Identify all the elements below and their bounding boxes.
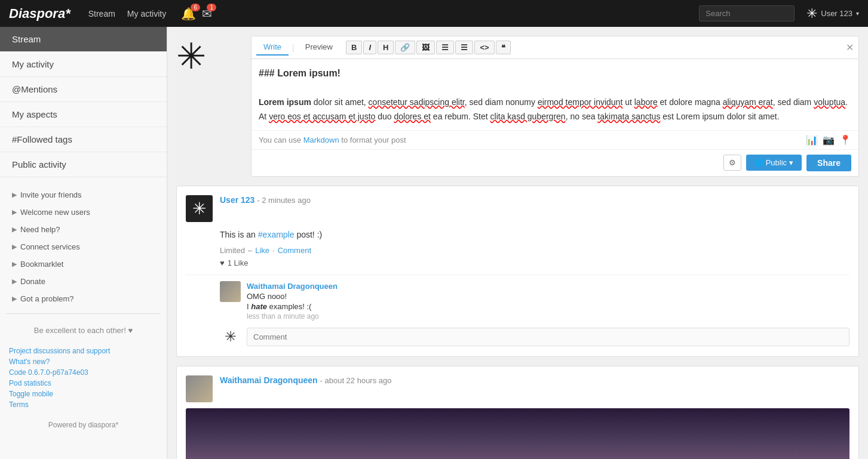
brand-logo[interactable]: Diaspora* [9, 6, 70, 21]
post-1-likes-count: 1 Like [228, 258, 249, 267]
footer-link-terms[interactable]: Terms [9, 401, 158, 409]
post-1-comment-button[interactable]: Comment [278, 246, 311, 255]
comment-input[interactable] [247, 328, 849, 346]
menu-welcome-label: Welcome new users [20, 208, 90, 217]
format-bold-button[interactable]: B [346, 41, 362, 54]
compose-public-button[interactable]: 🌐 Public ▾ [746, 155, 802, 171]
sidebar-menu-section: ▶ Invite your friends ▶ Welcome new user… [0, 186, 167, 307]
format-link-button[interactable]: 🔗 [395, 41, 415, 54]
footer-link-whatsnew[interactable]: What's new? [9, 358, 158, 366]
markdown-link[interactable]: Markdown [303, 135, 339, 144]
post-1-meta: User 123 - 2 minutes ago [220, 195, 849, 205]
comment-italic-word: hate [251, 302, 267, 311]
comment-text-detail: I hate examples! :( [247, 302, 849, 311]
compose-heading: ### Lorem ipsum! [259, 65, 851, 81]
public-caret: ▾ [789, 158, 793, 167]
menu-bookmarklet[interactable]: ▶ Bookmarklet [6, 255, 161, 273]
user-menu[interactable]: ✳ User 123 ▾ [806, 6, 859, 21]
messages-icon[interactable]: ✉ 1 [202, 7, 212, 21]
chart-icon[interactable]: 📊 [806, 134, 818, 146]
post-1-likes: ♥ 1 Like [220, 258, 849, 267]
comment-detail-before: I [247, 302, 249, 311]
menu-welcome-new-users[interactable]: ▶ Welcome new users [6, 204, 161, 221]
comment-avatar-1 [220, 281, 241, 302]
action-dot: · [272, 246, 275, 255]
search-input[interactable] [699, 5, 795, 21]
menu-connect-services[interactable]: ▶ Connect services [6, 238, 161, 255]
compose-tab-write[interactable]: Write [256, 39, 289, 56]
location-icon[interactable]: 📍 [839, 134, 851, 146]
comment-user-asterisk: ✳ [220, 326, 241, 347]
post-1-body: This is an #example post! :) [220, 228, 849, 241]
main-content: ✳ Write | Preview B I H 🔗 🖼 ☰ ☰ [167, 27, 868, 459]
menu-donate[interactable]: ▶ Donate [6, 273, 161, 290]
footer-link-code[interactable]: Code 0.6.7.0-p67a74e03 [9, 368, 158, 377]
format-image-button[interactable]: 🖼 [416, 41, 435, 54]
format-italic-button[interactable]: I [363, 41, 376, 54]
username-label: User 123 [821, 9, 852, 18]
nav-stream[interactable]: Stream [88, 9, 115, 19]
compose-box: Write | Preview B I H 🔗 🖼 ☰ ☰ <> ❝ ✕ [251, 36, 859, 177]
menu-need-help[interactable]: ▶ Need help? [6, 221, 161, 238]
compose-body[interactable]: ### Lorem ipsum! Lorem ipsum dolor sit a… [251, 59, 858, 130]
compose-content: ### Lorem ipsum! Lorem ipsum dolor sit a… [259, 65, 851, 124]
post-1-avatar: ✳ [186, 195, 213, 222]
footer-link-toggle-mobile[interactable]: Toggle mobile [9, 390, 158, 398]
compose-share-button[interactable]: Share [806, 155, 851, 171]
compose-body-text: Lorem ipsum dolor sit amet, consetetur s… [259, 96, 851, 124]
sidebar-item-my-aspects[interactable]: My aspects [0, 102, 167, 127]
sidebar-item-public-activity[interactable]: Public activity [0, 152, 167, 177]
post-1-actions: Limited – Like · Comment [220, 246, 849, 255]
public-label: Public [766, 158, 787, 167]
post-1-text-before: This is an [220, 230, 256, 239]
diaspora-logo-asterisk: ✳ [176, 39, 206, 75]
post-1-visibility: Limited [220, 246, 245, 255]
post-2-author[interactable]: Waithamai Dragonqueen [220, 375, 318, 385]
post-1-tag[interactable]: #example [258, 230, 295, 239]
sidebar-item-mentions[interactable]: @Mentions [0, 77, 167, 102]
post-2-meta: Waithamai Dragonqueen - about 22 hours a… [220, 375, 849, 385]
user-caret-icon: ▾ [856, 10, 859, 17]
notifications-icon[interactable]: 🔔 6 [181, 7, 196, 21]
post-2-avatar [186, 375, 213, 402]
post-1-like-button[interactable]: Like [255, 246, 269, 255]
menu-got-problem[interactable]: ▶ Got a problem? [6, 290, 161, 307]
post-1-text-after: post! :) [296, 230, 322, 239]
comment-time-1: less than a minute ago [247, 312, 849, 321]
sidebar-footer-links: Project discussions and support What's n… [0, 341, 167, 415]
heart-icon: ♥ [220, 258, 225, 267]
sidebar-item-stream[interactable]: Stream [0, 27, 167, 52]
footer-link-pod-stats[interactable]: Pod statistics [9, 379, 158, 387]
post-1-author[interactable]: User 123 [220, 195, 254, 205]
post-2-time: - about 22 hours ago [320, 376, 392, 385]
format-code-button[interactable]: <> [474, 41, 494, 54]
user-asterisk-icon: ✳ [806, 6, 817, 21]
camera-icon[interactable]: 📷 [823, 134, 835, 146]
notifications-badge: 6 [191, 4, 200, 11]
format-heading-button[interactable]: H [378, 41, 394, 54]
sidebar-item-my-activity[interactable]: My activity [0, 52, 167, 77]
format-quote-button[interactable]: ❝ [496, 41, 511, 54]
post-card-2: Waithamai Dragonqueen - about 22 hours a… [176, 366, 859, 459]
format-ul-button[interactable]: ☰ [436, 41, 454, 54]
action-separator: – [248, 246, 252, 255]
compose-tab-preview[interactable]: Preview [298, 39, 340, 56]
footer-link-project[interactable]: Project discussions and support [9, 347, 158, 355]
menu-invite-friends[interactable]: ▶ Invite your friends [6, 186, 161, 204]
nav-my-activity[interactable]: My activity [127, 9, 166, 19]
compose-gear-button[interactable]: ⚙ [723, 155, 741, 171]
menu-help-label: Need help? [20, 225, 60, 234]
menu-invite-friends-label: Invite your friends [20, 190, 82, 199]
arrow-icon: ▶ [12, 191, 17, 199]
compose-close-button[interactable]: ✕ [846, 42, 854, 53]
page-layout: Stream My activity @Mentions My aspects … [0, 27, 868, 459]
comment-author-1[interactable]: Waithamai Dragonqueen [247, 282, 338, 291]
comment-body-1: Waithamai Dragonqueen OMG nooo! I hate e… [247, 281, 849, 321]
arrow-icon: ▶ [12, 278, 17, 285]
hint-text-before: You can use [259, 135, 301, 144]
sidebar-item-followed-tags[interactable]: #Followed tags [0, 127, 167, 152]
format-ol-button[interactable]: ☰ [455, 41, 473, 54]
arrow-icon: ▶ [12, 208, 17, 216]
arrow-icon: ▶ [12, 260, 17, 268]
compose-footer-hint: You can use Markdown to format your post… [251, 130, 858, 149]
